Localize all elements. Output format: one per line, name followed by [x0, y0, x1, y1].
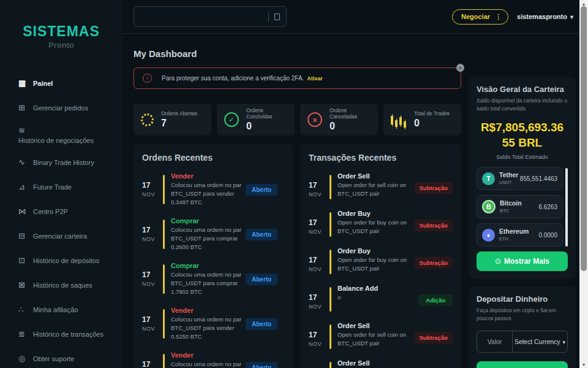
withdraw-history-icon: ⊠ [18, 280, 32, 289]
timeline-bar [330, 324, 331, 349]
sidebar-item-label: Binary Trade History [32, 159, 94, 166]
wallet-balance-line1: R$7,805,693.36 [477, 120, 568, 135]
topbar: Negociar sistemaspronto [123, 0, 579, 34]
activate-2fa-link[interactable]: Ativar [307, 75, 323, 82]
page-scrollbar[interactable] [579, 0, 588, 368]
amount-input[interactable]: Valor [477, 331, 513, 352]
sidebar-item-minha-afiliacao[interactable]: ∴Minha afiliação [18, 303, 115, 316]
wallet-subtitle: Saldo disponível da carteira incluindo o… [477, 97, 568, 113]
stat-value: 7 [161, 118, 197, 129]
sidebar-item-label: Painel [32, 80, 53, 87]
transaction-body: Order SellOpen order for sell coin on BT… [337, 172, 411, 199]
scrollbar-thumb[interactable] [581, 6, 587, 271]
sidebar-item-future-trade[interactable]: ⊿Future Trade [18, 180, 115, 193]
transaction-day: 17 [309, 293, 328, 302]
status-badge: Aberto [246, 318, 277, 330]
order-description: Colocou uma ordem no par BTC_USDT para c… [171, 226, 242, 251]
stat-text: Ordens Concluídas0 [246, 107, 287, 132]
sidebar-item-historico-de-transacoes[interactable]: ≣Histórico de transações [18, 328, 115, 340]
order-action: Vender [171, 307, 242, 314]
order-body: VenderColocou uma ordem no par BTC_USDT … [171, 307, 242, 341]
stat-label: Total de Trades [414, 110, 450, 117]
sidebar-item-binary-trade-history[interactable]: ∿Binary Trade History [18, 156, 115, 169]
currency-select-label: Select Currency [514, 338, 560, 345]
transaction-badge-col: Subtração [415, 172, 453, 199]
show-more-button[interactable]: Mostrar Mais [477, 251, 568, 271]
deposit-title: Depositar Dinheiro [477, 294, 568, 304]
recent-transactions-title: Transações Recentes [309, 153, 453, 163]
search-input[interactable] [134, 6, 287, 27]
transaction-date: 17NOV [309, 359, 328, 368]
sidebar-item-historico-de-negociacoes[interactable]: ≋Histórico de negociações [18, 126, 115, 144]
timeline-bar [330, 362, 331, 368]
transaction-title: Order Sell [337, 359, 411, 367]
sidebar-menu: ▦Painel⊞Gerenciar pedidos≋Histórico de n… [0, 77, 123, 365]
order-badge-col: Aberto [246, 351, 277, 368]
order-month: NOV [142, 281, 162, 287]
show-more-label: Mostrar Mais [504, 257, 549, 266]
transaction-date: 17NOV [309, 210, 328, 237]
order-badge-col: Aberto [246, 307, 277, 341]
stat-value: 0 [414, 118, 450, 129]
deposit-button[interactable]: Depositar [477, 361, 568, 368]
sidebar-item-label: Centro P2P [32, 208, 68, 215]
stat-text: Ordens Abertas7 [161, 110, 197, 129]
coin-list-scrollbar[interactable] [565, 168, 568, 247]
deposit-input-row: Valor Select Currency [477, 331, 568, 353]
wallet-overview-card: Visão Geral da Carteira Saldo disponível… [469, 77, 576, 279]
transaction-month: NOV [309, 229, 328, 235]
sidebar-item-obter-suporte[interactable]: ◎Obter suporte [18, 352, 115, 365]
user-menu[interactable]: sistemaspronto [517, 13, 573, 20]
sidebar-item-painel[interactable]: ▦Painel [18, 77, 115, 90]
timeline-bar [330, 250, 331, 274]
show-more-icon [495, 257, 501, 266]
candles-icon [391, 112, 407, 128]
currency-select[interactable]: Select Currency [513, 331, 567, 352]
coin-row-bitcoin: BBitcoinBTC6.6263 [477, 195, 563, 218]
recent-orders-panel: Ordens Recentes 17NOVVenderColocou uma o… [134, 144, 293, 368]
sidebar-item-gerenciar-carteira[interactable]: ⊟Gerenciar carteira [18, 229, 115, 242]
order-day: 17 [142, 226, 162, 234]
sidebar-item-historico-de-depositos[interactable]: ⊡Histórico de depósitos [18, 254, 115, 267]
support-icon: ◎ [18, 354, 32, 363]
sidebar-item-label: Histórico de negociações [18, 137, 115, 144]
timeline-bar [330, 212, 331, 237]
stat-label: Ordens Concluídas [246, 107, 287, 120]
transaction-body: Order BuyOpen order for buy coin on BTC_… [337, 247, 411, 274]
coin-symbol: USDT [499, 180, 518, 185]
sidebar-item-gerenciar-pedidos[interactable]: ⊞Gerenciar pedidos [18, 101, 115, 114]
order-row: 17NOVVenderColocou uma ordem no parAbert… [142, 351, 284, 368]
transaction-date: 17NOV [309, 172, 328, 199]
chevron-down-icon [570, 13, 573, 20]
coin-symbol: BTC [500, 208, 522, 213]
sidebar-item-label: Histórico de saques [32, 282, 92, 289]
transaction-badge-col: Subtração [415, 210, 453, 237]
order-month: NOV [142, 191, 162, 197]
transaction-badge: Subtração [415, 332, 453, 343]
order-row: 17NOVComprarColocou uma ordem no par BTC… [142, 217, 284, 251]
transaction-badge: Subtração [415, 182, 453, 194]
order-month: NOV [142, 236, 162, 242]
transaction-description: Open order for sell coin on BTC_USDT pai… [337, 331, 411, 348]
sidebar-item-historico-de-saques[interactable]: ⊠Histórico de saques [18, 278, 115, 291]
sidebar-item-centro-p2p[interactable]: ⋈Centro P2P [18, 205, 115, 218]
recent-transactions-panel: Transações Recentes 17NOVOrder SellOpen … [300, 144, 461, 368]
ethereum-icon: ♦ [482, 229, 495, 242]
close-icon[interactable] [456, 64, 464, 72]
coin-amount: 6.6263 [538, 204, 557, 210]
transaction-badge: Subtração [415, 220, 453, 231]
transaction-day: 17 [309, 331, 328, 339]
order-body: ComprarColocou uma ordem no par BTC_USDT… [171, 262, 242, 296]
coin-names: BitcoinBTC [500, 200, 522, 213]
vertical-dots-icon [495, 13, 502, 21]
copy-icon[interactable] [274, 13, 280, 20]
scroll-down-arrow-icon[interactable] [579, 361, 588, 368]
transaction-month: NOV [309, 266, 328, 272]
status-badge: Aberto [246, 362, 277, 368]
wallet-balance: R$7,805,693.36 55 BRL [477, 120, 568, 150]
timeline-bar [163, 220, 165, 249]
trade-button[interactable]: Negociar [452, 9, 508, 25]
content: My Dashboard Para proteger sua conta, ad… [123, 34, 579, 368]
transaction-title: Order Buy [337, 210, 411, 217]
timeline-bar [163, 175, 165, 204]
